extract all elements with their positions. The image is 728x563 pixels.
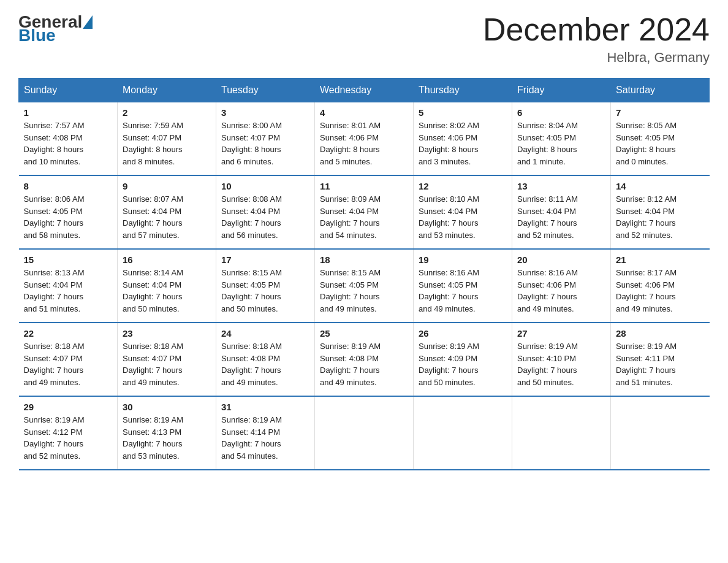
day-info: Sunrise: 8:19 AMSunset: 4:12 PMDaylight:… <box>24 415 85 461</box>
title-area: December 2024 Helbra, Germany <box>483 12 710 66</box>
day-cell-17: 17 Sunrise: 8:15 AMSunset: 4:05 PMDaylig… <box>216 249 315 323</box>
day-info: Sunrise: 8:19 AMSunset: 4:08 PMDaylight:… <box>320 342 381 387</box>
day-info: Sunrise: 8:05 AMSunset: 4:05 PMDaylight:… <box>616 121 677 166</box>
day-number: 12 <box>419 181 507 191</box>
header-tuesday: Tuesday <box>216 79 315 102</box>
calendar-header-row: SundayMondayTuesdayWednesdayThursdayFrid… <box>19 79 710 102</box>
day-cell-19: 19 Sunrise: 8:16 AMSunset: 4:05 PMDaylig… <box>414 249 512 323</box>
day-info: Sunrise: 8:08 AMSunset: 4:04 PMDaylight:… <box>221 194 282 240</box>
day-info: Sunrise: 8:19 AMSunset: 4:09 PMDaylight:… <box>419 342 479 387</box>
week-row-4: 22 Sunrise: 8:18 AMSunset: 4:07 PMDaylig… <box>19 323 710 396</box>
day-info: Sunrise: 8:19 AMSunset: 4:11 PMDaylight:… <box>616 342 677 387</box>
day-cell-14: 14 Sunrise: 8:12 AMSunset: 4:04 PMDaylig… <box>611 175 710 249</box>
page-header: General Blue December 2024 Helbra, Germa… <box>18 12 710 66</box>
day-info: Sunrise: 8:14 AMSunset: 4:04 PMDaylight:… <box>123 268 183 313</box>
day-number: 31 <box>221 402 309 412</box>
day-cell-11: 11 Sunrise: 8:09 AMSunset: 4:04 PMDaylig… <box>315 175 414 249</box>
day-cell-3: 3 Sunrise: 8:00 AMSunset: 4:07 PMDayligh… <box>216 102 315 176</box>
header-wednesday: Wednesday <box>315 79 414 102</box>
day-number: 5 <box>419 107 507 118</box>
day-number: 7 <box>616 107 705 118</box>
day-number: 29 <box>24 402 113 412</box>
page-subtitle: Helbra, Germany <box>483 50 710 66</box>
day-number: 22 <box>24 328 113 339</box>
logo-blue-text: Blue <box>18 26 56 45</box>
day-number: 4 <box>320 107 408 118</box>
day-info: Sunrise: 8:13 AMSunset: 4:04 PMDaylight:… <box>24 268 85 313</box>
header-saturday: Saturday <box>611 79 710 102</box>
day-cell-22: 22 Sunrise: 8:18 AMSunset: 4:07 PMDaylig… <box>19 323 118 396</box>
day-number: 28 <box>616 328 705 339</box>
day-cell-8: 8 Sunrise: 8:06 AMSunset: 4:05 PMDayligh… <box>19 175 118 249</box>
day-info: Sunrise: 8:19 AMSunset: 4:13 PMDaylight:… <box>123 415 183 461</box>
day-number: 26 <box>419 328 507 339</box>
day-cell-26: 26 Sunrise: 8:19 AMSunset: 4:09 PMDaylig… <box>414 323 512 396</box>
header-friday: Friday <box>512 79 611 102</box>
day-cell-12: 12 Sunrise: 8:10 AMSunset: 4:04 PMDaylig… <box>414 175 512 249</box>
day-info: Sunrise: 8:16 AMSunset: 4:05 PMDaylight:… <box>419 268 479 313</box>
day-cell-31: 31 Sunrise: 8:19 AMSunset: 4:14 PMDaylig… <box>216 396 315 470</box>
day-cell-16: 16 Sunrise: 8:14 AMSunset: 4:04 PMDaylig… <box>118 249 216 323</box>
day-cell-13: 13 Sunrise: 8:11 AMSunset: 4:04 PMDaylig… <box>512 175 611 249</box>
day-cell-6: 6 Sunrise: 8:04 AMSunset: 4:05 PMDayligh… <box>512 102 611 176</box>
day-info: Sunrise: 8:18 AMSunset: 4:07 PMDaylight:… <box>123 342 183 387</box>
logo: General Blue <box>18 12 93 45</box>
day-number: 1 <box>24 107 113 118</box>
day-cell-2: 2 Sunrise: 7:59 AMSunset: 4:07 PMDayligh… <box>118 102 216 176</box>
calendar-table: SundayMondayTuesdayWednesdayThursdayFrid… <box>18 78 710 470</box>
page-title: December 2024 <box>483 12 710 47</box>
day-cell-24: 24 Sunrise: 8:18 AMSunset: 4:08 PMDaylig… <box>216 323 315 396</box>
day-info: Sunrise: 8:07 AMSunset: 4:04 PMDaylight:… <box>123 194 183 240</box>
day-cell-10: 10 Sunrise: 8:08 AMSunset: 4:04 PMDaylig… <box>216 175 315 249</box>
day-number: 10 <box>221 181 309 191</box>
day-info: Sunrise: 8:04 AMSunset: 4:05 PMDaylight:… <box>517 121 578 166</box>
day-cell-20: 20 Sunrise: 8:16 AMSunset: 4:06 PMDaylig… <box>512 249 611 323</box>
day-number: 2 <box>123 107 211 118</box>
week-row-2: 8 Sunrise: 8:06 AMSunset: 4:05 PMDayligh… <box>19 175 710 249</box>
day-info: Sunrise: 8:15 AMSunset: 4:05 PMDaylight:… <box>320 268 381 313</box>
day-info: Sunrise: 8:19 AMSunset: 4:14 PMDaylight:… <box>221 415 282 461</box>
header-sunday: Sunday <box>19 79 118 102</box>
week-row-1: 1 Sunrise: 7:57 AMSunset: 4:08 PMDayligh… <box>19 102 710 176</box>
day-number: 20 <box>517 255 605 265</box>
week-row-3: 15 Sunrise: 8:13 AMSunset: 4:04 PMDaylig… <box>19 249 710 323</box>
day-number: 9 <box>123 181 211 191</box>
day-info: Sunrise: 8:18 AMSunset: 4:07 PMDaylight:… <box>24 342 85 387</box>
day-info: Sunrise: 7:59 AMSunset: 4:07 PMDaylight:… <box>123 121 183 166</box>
day-info: Sunrise: 8:18 AMSunset: 4:08 PMDaylight:… <box>221 342 282 387</box>
day-info: Sunrise: 7:57 AMSunset: 4:08 PMDaylight:… <box>24 121 85 166</box>
day-info: Sunrise: 8:10 AMSunset: 4:04 PMDaylight:… <box>419 194 479 240</box>
day-cell-29: 29 Sunrise: 8:19 AMSunset: 4:12 PMDaylig… <box>19 396 118 470</box>
day-info: Sunrise: 8:06 AMSunset: 4:05 PMDaylight:… <box>24 194 85 240</box>
day-info: Sunrise: 8:00 AMSunset: 4:07 PMDaylight:… <box>221 121 282 166</box>
day-cell-5: 5 Sunrise: 8:02 AMSunset: 4:06 PMDayligh… <box>414 102 512 176</box>
day-number: 18 <box>320 255 408 265</box>
logo-triangle-icon <box>83 15 93 29</box>
header-thursday: Thursday <box>414 79 512 102</box>
empty-cell-w5d3 <box>315 396 414 470</box>
day-info: Sunrise: 8:12 AMSunset: 4:04 PMDaylight:… <box>616 194 677 240</box>
day-cell-15: 15 Sunrise: 8:13 AMSunset: 4:04 PMDaylig… <box>19 249 118 323</box>
header-monday: Monday <box>118 79 216 102</box>
day-number: 15 <box>24 255 113 265</box>
day-info: Sunrise: 8:16 AMSunset: 4:06 PMDaylight:… <box>517 268 578 313</box>
day-cell-1: 1 Sunrise: 7:57 AMSunset: 4:08 PMDayligh… <box>19 102 118 176</box>
day-cell-27: 27 Sunrise: 8:19 AMSunset: 4:10 PMDaylig… <box>512 323 611 396</box>
day-cell-18: 18 Sunrise: 8:15 AMSunset: 4:05 PMDaylig… <box>315 249 414 323</box>
empty-cell-w5d5 <box>512 396 611 470</box>
day-cell-7: 7 Sunrise: 8:05 AMSunset: 4:05 PMDayligh… <box>611 102 710 176</box>
day-cell-23: 23 Sunrise: 8:18 AMSunset: 4:07 PMDaylig… <box>118 323 216 396</box>
day-number: 27 <box>517 328 605 339</box>
day-number: 13 <box>517 181 605 191</box>
day-number: 30 <box>123 402 211 412</box>
day-cell-21: 21 Sunrise: 8:17 AMSunset: 4:06 PMDaylig… <box>611 249 710 323</box>
day-number: 16 <box>123 255 211 265</box>
day-number: 6 <box>517 107 605 118</box>
day-number: 24 <box>221 328 309 339</box>
day-number: 25 <box>320 328 408 339</box>
week-row-5: 29 Sunrise: 8:19 AMSunset: 4:12 PMDaylig… <box>19 396 710 470</box>
day-info: Sunrise: 8:15 AMSunset: 4:05 PMDaylight:… <box>221 268 282 313</box>
empty-cell-w5d6 <box>611 396 710 470</box>
day-info: Sunrise: 8:01 AMSunset: 4:06 PMDaylight:… <box>320 121 381 166</box>
day-info: Sunrise: 8:02 AMSunset: 4:06 PMDaylight:… <box>419 121 479 166</box>
